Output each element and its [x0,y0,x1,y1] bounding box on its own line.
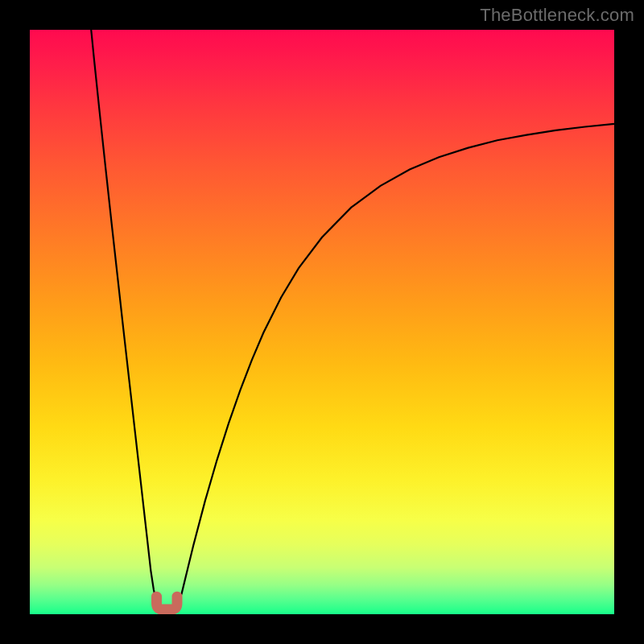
plot-area [30,30,614,614]
watermark-text: TheBottleneck.com [480,5,634,26]
curve-left-branch [91,30,161,612]
chart-frame: TheBottleneck.com [0,0,644,644]
curve-right-branch [173,124,614,613]
bottleneck-curve [30,30,614,614]
